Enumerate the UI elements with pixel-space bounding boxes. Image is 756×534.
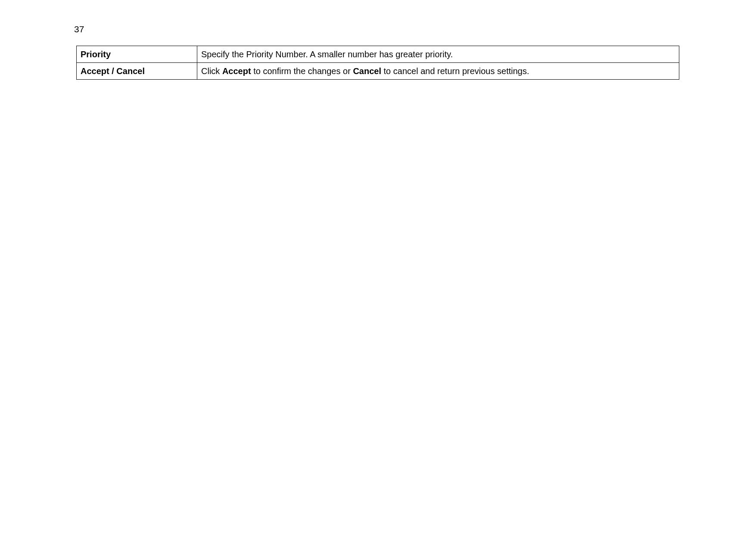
row-description-accept-cancel: Click Accept to confirm the changes or C… xyxy=(197,63,679,80)
page-number: 37 xyxy=(74,24,84,34)
desc-text: Click xyxy=(201,66,222,76)
desc-text: to cancel and return previous settings. xyxy=(381,66,529,76)
cancel-bold: Cancel xyxy=(353,66,381,76)
settings-description-table: Priority Specify the Priority Number. A … xyxy=(76,46,679,80)
row-label-priority: Priority xyxy=(77,46,197,63)
row-description-priority: Specify the Priority Number. A smaller n… xyxy=(197,46,679,63)
table-row: Accept / Cancel Click Accept to confirm … xyxy=(77,63,679,80)
row-label-accept-cancel: Accept / Cancel xyxy=(77,63,197,80)
table-row: Priority Specify the Priority Number. A … xyxy=(77,46,679,63)
desc-text: to confirm the changes or xyxy=(251,66,353,76)
accept-bold: Accept xyxy=(222,66,251,76)
